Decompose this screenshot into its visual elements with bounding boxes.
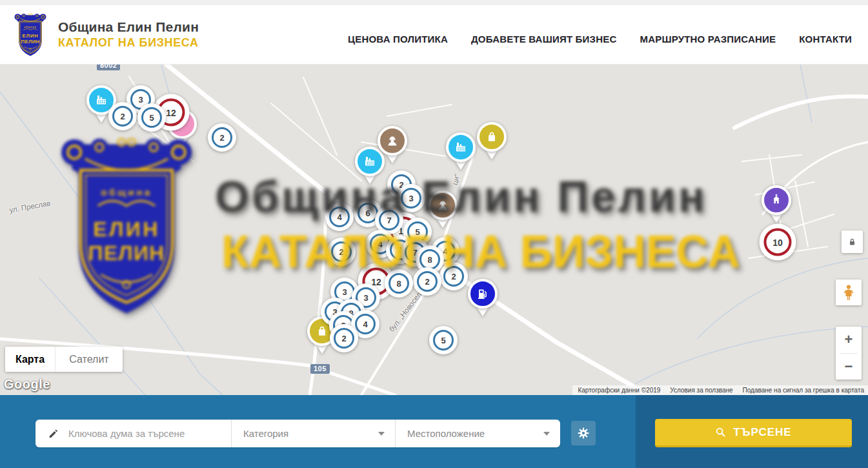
location-select[interactable]: Местоположение [395,420,560,447]
keyword-field-wrap [35,420,231,447]
bag-pin-marker[interactable] [477,122,507,152]
cluster-count: 8 [389,273,409,294]
zoom-control: + − [836,327,862,380]
pegman-icon [841,284,856,301]
main-nav: ЦЕНОВА ПОЛИТИКА ДОБАВЕТЕ ВАШИЯТ БИЗНЕС М… [348,25,852,45]
worker-icon [435,198,450,213]
cluster-count: 2 [331,241,352,262]
fuel-icon [475,286,490,301]
nav-item-route-schedule[interactable]: МАРШРУТНО РАЗПИСАНИЕ [640,34,776,45]
cluster-marker[interactable]: 3 [397,184,425,212]
location-select-label: Местоположение [407,428,485,439]
gear-icon [577,427,590,440]
cluster-count: 10 [764,229,792,256]
cluster-count: 2 [212,127,232,148]
keyword-search-input[interactable] [68,428,231,439]
cluster-marker[interactable]: 2 [327,238,356,266]
map-type-control: Карта Сателит [5,347,123,372]
pin-tail [316,345,328,354]
chevron-down-icon [543,432,550,436]
cluster-count: 2 [417,271,438,292]
brand[interactable]: Община Елин Пелин КАТАЛОГ НА БИЗНЕСА [13,12,199,57]
cluster-count: 8 [419,249,440,270]
cluster-marker[interactable]: 2 [108,102,137,130]
pin-tail [486,150,498,159]
bag-icon [484,129,500,145]
fuel-pin-marker[interactable] [468,279,498,309]
zoom-in-button[interactable]: + [836,327,862,353]
cluster-marker[interactable]: 2 [208,123,236,152]
worker-pin-marker[interactable] [428,190,458,220]
cluster-count: 2 [112,106,133,127]
cluster-marker[interactable]: 10 [760,224,796,261]
cluster-marker[interactable]: 8 [385,269,413,298]
search-bar: Категория Местоположение [0,395,868,468]
cluster-marker[interactable]: 2 [413,267,441,296]
map-markers-layer: 12325223136475422748221283338342510 [0,65,868,395]
attribution-terms-link[interactable]: Условия за ползване [670,387,732,394]
church-pin-marker[interactable] [762,185,791,215]
map-type-satellite-button[interactable]: Сателит [56,347,123,372]
municipality-crest-logo [13,12,48,57]
header: Община Елин Пелин КАТАЛОГ НА БИЗНЕСА ЦЕН… [0,5,868,65]
worker-pin-marker[interactable] [378,126,407,156]
pin-tail [96,114,107,123]
pin-tail [437,219,449,228]
cluster-count: 5 [433,330,454,351]
padlock-icon [847,237,857,247]
cluster-marker[interactable]: 2 [439,262,468,290]
nav-item-pricing[interactable]: ЦЕНОВА ПОЛИТИКА [348,34,448,45]
site-subtitle: КАТАЛОГ НА БИЗНЕСА [58,36,199,50]
pin-tail [771,214,782,223]
advanced-search-button[interactable] [571,421,596,445]
map-type-map-button[interactable]: Карта [5,347,56,372]
factory-icon [453,139,469,155]
pin-tail [176,137,188,147]
church-icon [769,192,784,208]
pencil-icon [48,428,59,439]
factory-icon [362,154,378,169]
cluster-count: 4 [329,207,350,227]
category-select[interactable]: Категория [231,420,395,447]
cluster-count: 5 [141,107,162,128]
category-select-label: Категория [243,428,288,439]
chevron-down-icon [378,432,385,436]
cluster-marker[interactable]: 5 [429,326,458,354]
cluster-count: 2 [334,328,354,349]
lock-button[interactable] [842,230,863,253]
cluster-marker[interactable]: 5 [137,103,166,132]
pin-tail [455,161,467,170]
zoom-out-button[interactable]: − [836,354,862,380]
cluster-count: 7 [379,210,399,230]
factory-pin-marker[interactable] [446,132,476,162]
search-button-label: ТЪРСЕНЕ [733,426,791,439]
search-submit-button[interactable]: ТЪРСЕНЕ [655,419,852,447]
cluster-count: 4 [355,314,376,334]
nav-item-contacts[interactable]: КОНТАКТИ [799,34,852,45]
cluster-count: 3 [401,188,421,209]
worker-icon [385,133,400,148]
nav-item-add-business[interactable]: ДОБАВЕТЕ ВАШИЯТ БИЗНЕС [471,34,616,45]
site-title: Община Елин Пелин [58,19,199,35]
attribution-report-link[interactable]: Подаване на сигнал за грешка в картата [743,387,864,394]
page: община ЕЛИН ПЕЛИН Община Елин Пелин КАТА… [0,0,868,468]
pin-tail [477,307,489,316]
pin-tail [387,154,398,163]
cluster-marker[interactable]: 2 [330,324,358,352]
map-attribution: Картографски данни ©2019 Условия за полз… [572,385,868,395]
google-logo[interactable]: Google [4,377,50,392]
pegman-streetview-button[interactable] [836,280,862,305]
factory-icon [94,92,109,108]
search-icon [715,427,726,438]
bag-icon [314,323,330,339]
pin-tail [364,175,376,184]
cluster-count: 2 [443,266,464,287]
window-top-strip [0,0,868,5]
search-fields-group: Категория Местоположение [35,420,560,447]
attribution-data: Картографски данни ©2019 [578,387,660,394]
cluster-marker[interactable]: 4 [325,203,354,231]
map-canvas[interactable]: 8002105ул. Преславбул. „Новоселцици“ 123… [0,65,868,395]
